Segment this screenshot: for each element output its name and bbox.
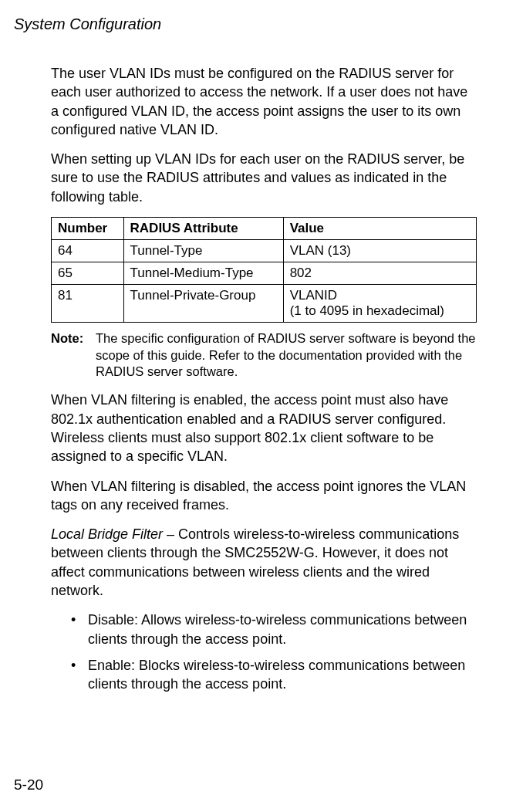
paragraph-4: When VLAN filtering is disabled, the acc… bbox=[51, 477, 477, 515]
note-label: Note: bbox=[51, 330, 96, 380]
page-header-title: System Configuration bbox=[14, 15, 161, 32]
table-cell-value: VLANID (1 to 4095 in hexadecimal) bbox=[283, 285, 476, 323]
local-bridge-filter-label: Local Bridge Filter bbox=[51, 526, 163, 542]
table-cell-attribute: Tunnel-Private-Group bbox=[123, 285, 283, 323]
table-cell-number: 81 bbox=[52, 285, 124, 323]
paragraph-5: Local Bridge Filter – Controls wireless-… bbox=[51, 525, 477, 600]
table-cell-number: 64 bbox=[52, 240, 124, 262]
table-cell-value: 802 bbox=[283, 262, 476, 285]
table-header-value: Value bbox=[283, 218, 476, 240]
bullet-list: Disable: Allows wireless-to-wireless com… bbox=[51, 611, 477, 693]
page-footer: 5-20 bbox=[14, 776, 43, 793]
table-cell-value: VLAN (13) bbox=[283, 240, 476, 262]
paragraph-2: When setting up VLAN IDs for each user o… bbox=[51, 150, 477, 206]
table-row: 65 Tunnel-Medium-Type 802 bbox=[52, 262, 477, 285]
paragraph-3: When VLAN filtering is enabled, the acce… bbox=[51, 391, 477, 465]
table-header-number: Number bbox=[52, 218, 124, 240]
table-cell-attribute: Tunnel-Medium-Type bbox=[123, 262, 283, 285]
page-number: 5-20 bbox=[14, 776, 43, 793]
note-block: Note: The specific configuration of RADI… bbox=[51, 330, 477, 380]
bullet-item-enable: Enable: Blocks wireless-to-wireless comm… bbox=[71, 656, 477, 694]
table-cell-number: 65 bbox=[52, 262, 124, 285]
table-row: 81 Tunnel-Private-Group VLANID (1 to 409… bbox=[52, 285, 477, 323]
table-header-row: Number RADIUS Attribute Value bbox=[52, 218, 477, 240]
radius-attributes-table: Number RADIUS Attribute Value 64 Tunnel-… bbox=[51, 217, 477, 323]
paragraph-1: The user VLAN IDs must be configured on … bbox=[51, 64, 477, 139]
content-area: The user VLAN IDs must be configured on … bbox=[22, 64, 484, 694]
bullet-item-disable: Disable: Allows wireless-to-wireless com… bbox=[71, 611, 477, 648]
table-row: 64 Tunnel-Type VLAN (13) bbox=[52, 240, 477, 262]
note-text: The specific configuration of RADIUS ser… bbox=[96, 330, 477, 380]
table-header-attribute: RADIUS Attribute bbox=[123, 218, 283, 240]
page-header: System Configuration bbox=[14, 15, 484, 33]
table-cell-attribute: Tunnel-Type bbox=[123, 240, 283, 262]
